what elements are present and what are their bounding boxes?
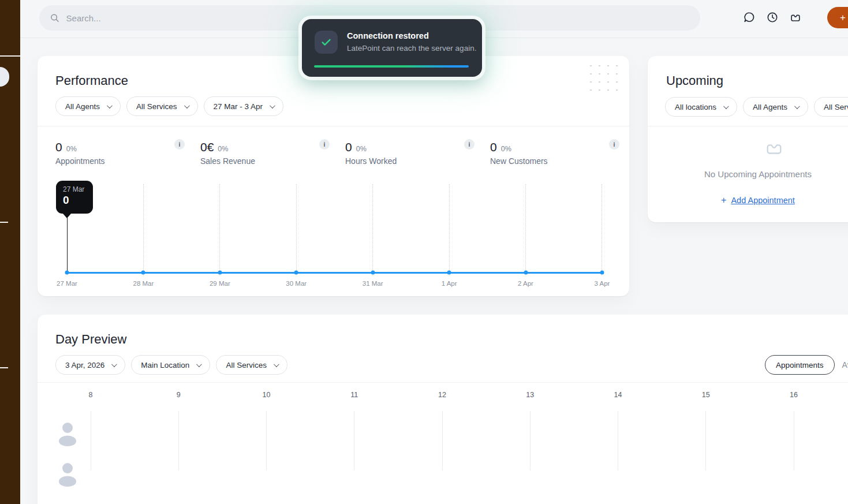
tooltip-connector-line — [67, 215, 68, 272]
stat-percent: 0% — [218, 145, 228, 153]
timeline-gridline — [618, 411, 618, 471]
chart-data-point[interactable] — [371, 271, 375, 275]
stat-label: Hours Worked — [345, 156, 490, 166]
chart-gridline — [296, 184, 297, 275]
timeline-gridline — [794, 411, 794, 471]
stat-percent: 0% — [356, 145, 367, 153]
filter-label: All Services — [226, 361, 267, 369]
timeline-hours: 8 9 10 11 12 — [91, 391, 794, 504]
chat-icon[interactable] — [743, 11, 756, 24]
tooltip-pointer — [63, 214, 71, 218]
dot-pattern-decoration — [585, 61, 623, 94]
chevron-down-icon — [794, 103, 800, 109]
filter-dropdown[interactable]: All Services — [814, 97, 848, 117]
chart-x-tick-label: 28 Mar — [133, 280, 154, 287]
performance-title: Performance — [55, 73, 128, 88]
chart-gridline — [143, 184, 144, 275]
sidebar-active-item-indicator[interactable] — [0, 67, 9, 87]
chevron-down-icon — [196, 361, 202, 367]
chart-x-tick-label: 29 Mar — [210, 280, 230, 287]
clock-icon[interactable] — [766, 11, 779, 24]
info-icon[interactable]: i — [319, 139, 330, 150]
chart-data-point[interactable] — [447, 271, 451, 275]
chart-data-point[interactable] — [218, 271, 222, 275]
hour-tick-label: 13 — [526, 391, 534, 399]
filter-dropdown[interactable]: All Services — [126, 96, 198, 116]
add-appointment-link[interactable]: +Add Appointment — [648, 195, 848, 206]
card-divider — [38, 382, 848, 383]
no-upcoming-appointments-text: No Upcoming Appointments — [648, 169, 848, 179]
chevron-down-icon — [107, 103, 113, 109]
agent-avatar[interactable] — [53, 457, 83, 487]
tab-appointments[interactable]: Appointments — [765, 355, 835, 375]
performance-chart: 27 Mar 28 Mar 29 Mar 30 Mar — [67, 181, 602, 292]
performance-filters: All Agents All Services 27 Mar - 3 Apr — [55, 96, 283, 116]
day-timeline: 8 9 10 11 12 — [91, 391, 794, 504]
inbox-icon[interactable] — [789, 11, 802, 24]
hour-tick-label: 12 — [438, 391, 446, 399]
tab-availability[interactable]: Availability — [842, 360, 848, 369]
collapsed-sidebar[interactable] — [0, 0, 20, 504]
filter-dropdown[interactable]: All Agents — [55, 96, 121, 116]
upcoming-filters: All locations All Agents All Services — [665, 97, 848, 117]
toast-message: LatePoint can reach the server again. — [347, 44, 476, 53]
chart-data-point[interactable] — [141, 271, 145, 275]
sidebar-divider — [0, 222, 8, 223]
sidebar-divider — [0, 367, 8, 368]
timeline-gridline — [530, 411, 531, 471]
chart-x-tick-label: 30 Mar — [286, 280, 307, 287]
inbox-tray-icon — [763, 139, 785, 158]
chart-gridline — [602, 184, 602, 275]
filter-dropdown[interactable]: Main Location — [131, 355, 210, 375]
chart-data-point[interactable] — [65, 271, 69, 275]
topbar-icons — [743, 11, 802, 24]
filter-label: Main Location — [141, 361, 189, 369]
chart-data-point[interactable] — [600, 271, 604, 275]
info-icon[interactable]: i — [174, 139, 185, 150]
hour-tick-label: 14 — [614, 391, 622, 399]
stat-label: New Customers — [490, 156, 635, 166]
timeline-gridline — [91, 411, 91, 471]
timeline-gridline — [266, 411, 267, 471]
card-divider — [648, 126, 848, 126]
filter-label: All Services — [824, 103, 848, 111]
stat-percent: 0% — [501, 145, 511, 153]
filter-dropdown[interactable]: All Services — [216, 355, 287, 375]
stat-value: 0 — [490, 140, 497, 154]
toast-title: Connection restored — [347, 31, 429, 40]
chart-data-point[interactable] — [294, 271, 298, 275]
hour-tick-label: 11 — [350, 391, 358, 399]
timeline-gridline — [354, 411, 354, 471]
toast-progress-bar — [314, 65, 469, 68]
chart-data-point[interactable] — [524, 271, 528, 275]
info-icon[interactable]: i — [609, 139, 619, 150]
chart-gridline — [449, 184, 450, 275]
agent-avatar[interactable] — [53, 416, 83, 446]
view-toggle: Appointments Availability — [765, 355, 848, 375]
plus-icon: + — [721, 195, 726, 205]
chevron-down-icon — [111, 361, 117, 367]
book-button[interactable]: + Book — [827, 7, 848, 28]
connection-restored-toast[interactable]: Connection restored LatePoint can reach … — [302, 19, 482, 77]
filter-label: 27 Mar - 3 Apr — [214, 102, 263, 111]
filter-dropdown[interactable]: All Agents — [743, 97, 808, 117]
filter-dropdown[interactable]: 3 Apr, 2026 — [55, 355, 125, 375]
day-preview-title: Day Preview — [55, 332, 126, 347]
stat-value: 0€ — [200, 140, 214, 154]
stat-block: 0 0% New Customers i — [490, 140, 635, 166]
day-preview-filters: 3 Apr, 2026 Main Location All Services — [55, 355, 287, 375]
info-icon[interactable]: i — [464, 139, 475, 150]
hour-tick-label: 9 — [177, 391, 181, 399]
chart-gridline — [372, 184, 373, 275]
performance-stats: 0 0% Appointments i 0€ 0% Sales Revenue … — [55, 140, 635, 166]
filter-label: All locations — [675, 103, 716, 111]
chart-x-tick-label: 3 Apr — [595, 280, 610, 287]
card-divider — [38, 126, 629, 126]
stat-block: 0 0% Hours Worked i — [345, 140, 490, 166]
filter-dropdown[interactable]: All locations — [665, 97, 737, 117]
sidebar-divider — [0, 55, 20, 57]
filter-dropdown[interactable]: 27 Mar - 3 Apr — [204, 96, 284, 116]
filter-label: 3 Apr, 2026 — [65, 361, 104, 369]
upcoming-title: Upcoming — [666, 73, 723, 88]
check-icon — [315, 31, 338, 54]
